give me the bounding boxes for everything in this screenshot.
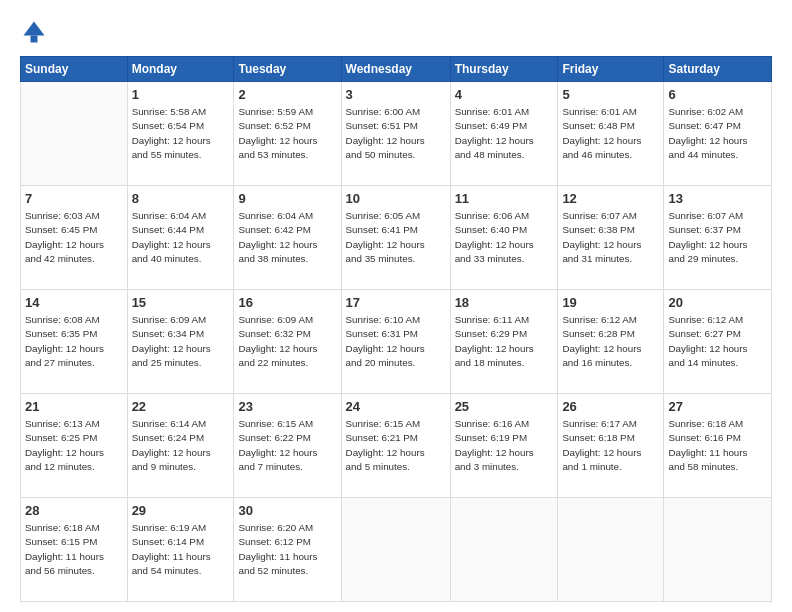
day-info: Sunrise: 6:19 AM Sunset: 6:14 PM Dayligh… xyxy=(132,521,230,578)
day-cell-22: 22Sunrise: 6:14 AM Sunset: 6:24 PM Dayli… xyxy=(127,394,234,498)
day-number: 5 xyxy=(562,86,659,104)
day-info: Sunrise: 6:01 AM Sunset: 6:49 PM Dayligh… xyxy=(455,105,554,162)
day-cell-29: 29Sunrise: 6:19 AM Sunset: 6:14 PM Dayli… xyxy=(127,498,234,602)
week-row-1: 1Sunrise: 5:58 AM Sunset: 6:54 PM Daylig… xyxy=(21,82,772,186)
day-cell-4: 4Sunrise: 6:01 AM Sunset: 6:49 PM Daylig… xyxy=(450,82,558,186)
day-cell-23: 23Sunrise: 6:15 AM Sunset: 6:22 PM Dayli… xyxy=(234,394,341,498)
weekday-header-thursday: Thursday xyxy=(450,57,558,82)
day-info: Sunrise: 6:11 AM Sunset: 6:29 PM Dayligh… xyxy=(455,313,554,370)
day-number: 11 xyxy=(455,190,554,208)
day-number: 25 xyxy=(455,398,554,416)
empty-cell xyxy=(21,82,128,186)
day-info: Sunrise: 6:09 AM Sunset: 6:32 PM Dayligh… xyxy=(238,313,336,370)
day-cell-21: 21Sunrise: 6:13 AM Sunset: 6:25 PM Dayli… xyxy=(21,394,128,498)
day-number: 17 xyxy=(346,294,446,312)
day-info: Sunrise: 6:07 AM Sunset: 6:37 PM Dayligh… xyxy=(668,209,767,266)
day-number: 2 xyxy=(238,86,336,104)
day-number: 15 xyxy=(132,294,230,312)
calendar-body: 1Sunrise: 5:58 AM Sunset: 6:54 PM Daylig… xyxy=(21,82,772,602)
day-cell-20: 20Sunrise: 6:12 AM Sunset: 6:27 PM Dayli… xyxy=(664,290,772,394)
calendar-header: SundayMondayTuesdayWednesdayThursdayFrid… xyxy=(21,57,772,82)
day-number: 30 xyxy=(238,502,336,520)
day-number: 24 xyxy=(346,398,446,416)
day-cell-13: 13Sunrise: 6:07 AM Sunset: 6:37 PM Dayli… xyxy=(664,186,772,290)
weekday-header-friday: Friday xyxy=(558,57,664,82)
day-cell-27: 27Sunrise: 6:18 AM Sunset: 6:16 PM Dayli… xyxy=(664,394,772,498)
day-number: 19 xyxy=(562,294,659,312)
day-cell-18: 18Sunrise: 6:11 AM Sunset: 6:29 PM Dayli… xyxy=(450,290,558,394)
day-number: 14 xyxy=(25,294,123,312)
day-info: Sunrise: 6:00 AM Sunset: 6:51 PM Dayligh… xyxy=(346,105,446,162)
day-number: 21 xyxy=(25,398,123,416)
day-cell-19: 19Sunrise: 6:12 AM Sunset: 6:28 PM Dayli… xyxy=(558,290,664,394)
day-cell-26: 26Sunrise: 6:17 AM Sunset: 6:18 PM Dayli… xyxy=(558,394,664,498)
day-cell-24: 24Sunrise: 6:15 AM Sunset: 6:21 PM Dayli… xyxy=(341,394,450,498)
week-row-4: 21Sunrise: 6:13 AM Sunset: 6:25 PM Dayli… xyxy=(21,394,772,498)
day-info: Sunrise: 6:05 AM Sunset: 6:41 PM Dayligh… xyxy=(346,209,446,266)
day-number: 12 xyxy=(562,190,659,208)
day-info: Sunrise: 6:08 AM Sunset: 6:35 PM Dayligh… xyxy=(25,313,123,370)
day-number: 9 xyxy=(238,190,336,208)
day-cell-6: 6Sunrise: 6:02 AM Sunset: 6:47 PM Daylig… xyxy=(664,82,772,186)
day-info: Sunrise: 6:04 AM Sunset: 6:42 PM Dayligh… xyxy=(238,209,336,266)
day-number: 3 xyxy=(346,86,446,104)
empty-cell xyxy=(664,498,772,602)
weekday-row: SundayMondayTuesdayWednesdayThursdayFrid… xyxy=(21,57,772,82)
empty-cell xyxy=(341,498,450,602)
week-row-2: 7Sunrise: 6:03 AM Sunset: 6:45 PM Daylig… xyxy=(21,186,772,290)
day-number: 1 xyxy=(132,86,230,104)
logo-icon xyxy=(20,18,48,46)
svg-rect-1 xyxy=(31,36,38,43)
day-cell-7: 7Sunrise: 6:03 AM Sunset: 6:45 PM Daylig… xyxy=(21,186,128,290)
day-info: Sunrise: 6:12 AM Sunset: 6:28 PM Dayligh… xyxy=(562,313,659,370)
day-info: Sunrise: 6:06 AM Sunset: 6:40 PM Dayligh… xyxy=(455,209,554,266)
day-number: 10 xyxy=(346,190,446,208)
day-number: 8 xyxy=(132,190,230,208)
week-row-5: 28Sunrise: 6:18 AM Sunset: 6:15 PM Dayli… xyxy=(21,498,772,602)
day-info: Sunrise: 6:18 AM Sunset: 6:16 PM Dayligh… xyxy=(668,417,767,474)
day-number: 26 xyxy=(562,398,659,416)
day-cell-14: 14Sunrise: 6:08 AM Sunset: 6:35 PM Dayli… xyxy=(21,290,128,394)
day-number: 18 xyxy=(455,294,554,312)
day-info: Sunrise: 6:17 AM Sunset: 6:18 PM Dayligh… xyxy=(562,417,659,474)
day-number: 7 xyxy=(25,190,123,208)
svg-marker-0 xyxy=(24,22,45,36)
day-number: 13 xyxy=(668,190,767,208)
day-cell-16: 16Sunrise: 6:09 AM Sunset: 6:32 PM Dayli… xyxy=(234,290,341,394)
day-info: Sunrise: 6:10 AM Sunset: 6:31 PM Dayligh… xyxy=(346,313,446,370)
day-info: Sunrise: 6:14 AM Sunset: 6:24 PM Dayligh… xyxy=(132,417,230,474)
day-cell-11: 11Sunrise: 6:06 AM Sunset: 6:40 PM Dayli… xyxy=(450,186,558,290)
day-cell-3: 3Sunrise: 6:00 AM Sunset: 6:51 PM Daylig… xyxy=(341,82,450,186)
day-cell-17: 17Sunrise: 6:10 AM Sunset: 6:31 PM Dayli… xyxy=(341,290,450,394)
empty-cell xyxy=(450,498,558,602)
day-info: Sunrise: 6:02 AM Sunset: 6:47 PM Dayligh… xyxy=(668,105,767,162)
weekday-header-saturday: Saturday xyxy=(664,57,772,82)
day-number: 23 xyxy=(238,398,336,416)
day-info: Sunrise: 6:12 AM Sunset: 6:27 PM Dayligh… xyxy=(668,313,767,370)
weekday-header-sunday: Sunday xyxy=(21,57,128,82)
day-number: 29 xyxy=(132,502,230,520)
weekday-header-monday: Monday xyxy=(127,57,234,82)
day-number: 27 xyxy=(668,398,767,416)
weekday-header-tuesday: Tuesday xyxy=(234,57,341,82)
day-info: Sunrise: 6:16 AM Sunset: 6:19 PM Dayligh… xyxy=(455,417,554,474)
logo xyxy=(20,18,52,46)
day-info: Sunrise: 6:09 AM Sunset: 6:34 PM Dayligh… xyxy=(132,313,230,370)
day-cell-9: 9Sunrise: 6:04 AM Sunset: 6:42 PM Daylig… xyxy=(234,186,341,290)
day-info: Sunrise: 5:58 AM Sunset: 6:54 PM Dayligh… xyxy=(132,105,230,162)
day-cell-28: 28Sunrise: 6:18 AM Sunset: 6:15 PM Dayli… xyxy=(21,498,128,602)
day-info: Sunrise: 6:20 AM Sunset: 6:12 PM Dayligh… xyxy=(238,521,336,578)
week-row-3: 14Sunrise: 6:08 AM Sunset: 6:35 PM Dayli… xyxy=(21,290,772,394)
empty-cell xyxy=(558,498,664,602)
day-number: 20 xyxy=(668,294,767,312)
day-info: Sunrise: 6:15 AM Sunset: 6:21 PM Dayligh… xyxy=(346,417,446,474)
day-info: Sunrise: 6:03 AM Sunset: 6:45 PM Dayligh… xyxy=(25,209,123,266)
day-info: Sunrise: 5:59 AM Sunset: 6:52 PM Dayligh… xyxy=(238,105,336,162)
day-cell-1: 1Sunrise: 5:58 AM Sunset: 6:54 PM Daylig… xyxy=(127,82,234,186)
day-info: Sunrise: 6:13 AM Sunset: 6:25 PM Dayligh… xyxy=(25,417,123,474)
day-cell-2: 2Sunrise: 5:59 AM Sunset: 6:52 PM Daylig… xyxy=(234,82,341,186)
day-cell-30: 30Sunrise: 6:20 AM Sunset: 6:12 PM Dayli… xyxy=(234,498,341,602)
day-info: Sunrise: 6:01 AM Sunset: 6:48 PM Dayligh… xyxy=(562,105,659,162)
day-cell-12: 12Sunrise: 6:07 AM Sunset: 6:38 PM Dayli… xyxy=(558,186,664,290)
day-number: 4 xyxy=(455,86,554,104)
